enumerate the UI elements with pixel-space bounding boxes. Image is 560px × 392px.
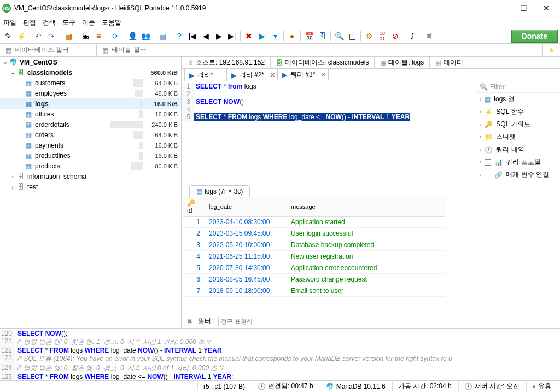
result-row[interactable]: 42021-06-25 11:15:00New user registratio… [183, 251, 445, 262]
users-icon[interactable]: 👥 [139, 30, 151, 42]
result-tab[interactable]: ▦logs (7r × 3c) [189, 185, 250, 197]
clear-icon[interactable]: ✖ [423, 30, 435, 42]
menu-search[interactable]: 검색 [43, 18, 56, 27]
rp-profile[interactable]: ›📊쿼리 프로필 [476, 156, 560, 168]
sql-editor[interactable]: 1SELECT * from logs 2 3SELECT NOW() 4 5S… [182, 81, 476, 183]
clear-filter-icon[interactable]: ✖ [187, 318, 192, 325]
result-row[interactable]: 52020-07-30 14:30:00Application error en… [183, 262, 445, 274]
database-icon: 🗄 [16, 69, 25, 77]
log-panel[interactable]: 120SELECT NOW();121/* 영향 받은 행: 0 찾은 행: 1… [0, 328, 560, 380]
host-tab[interactable]: 🖥호스트: 192.168.91.152 [182, 57, 271, 68]
filter-input[interactable] [218, 317, 289, 326]
result-row[interactable]: 62019-08-05 16:45:00Password change requ… [183, 274, 445, 285]
rp-keywords[interactable]: ›🔑SQL 키워드 [476, 118, 560, 131]
checkbox[interactable] [485, 172, 491, 178]
link-icon: 🔗 [494, 171, 503, 179]
favorite-icon[interactable]: ★ [542, 44, 560, 56]
settings-icon[interactable]: ⚙ [363, 30, 375, 42]
db-filter-tab[interactable]: ▦데이터베이스 필터 [0, 44, 97, 56]
table-node[interactable]: ▦productlines16.0 KiB [0, 150, 181, 161]
key-icon: 🔑 [485, 121, 493, 128]
rp-history[interactable]: ›🕐쿼리 내역 [476, 143, 560, 156]
helper-filter[interactable]: 🔍Filter ... [476, 81, 560, 93]
table-node[interactable]: ▦logs16.0 KiB [0, 98, 181, 109]
redo-icon[interactable]: ↷ [45, 30, 57, 42]
help-icon[interactable]: ? [173, 30, 185, 42]
dot-icon[interactable]: ● [286, 30, 298, 42]
undo-icon[interactable]: ↶ [32, 30, 44, 42]
window-title: VM_CentOS\classicmodels\logs\ - HeidiSQL… [14, 4, 489, 12]
last-icon[interactable]: ▶| [226, 30, 238, 42]
query-tab-2[interactable]: ▶쿼리 #2*✕ [226, 69, 278, 81]
table-node[interactable]: ▦customers64.0 KiB [0, 78, 181, 88]
lightning-icon[interactable]: ⚡ [15, 30, 27, 42]
table-node[interactable]: ▦products80.0 KiB [0, 161, 181, 171]
user-icon[interactable]: 👤 [126, 30, 138, 42]
prev-icon[interactable]: ◀ [200, 30, 212, 42]
run-icon[interactable]: ▶ [256, 30, 268, 42]
columns-icon[interactable]: ▥ [346, 30, 358, 42]
chart-icon: 📊 [494, 159, 503, 166]
result-grid[interactable]: 🔑 id log_date message 12023-04-10 08:30:… [182, 197, 560, 314]
db-icon[interactable]: 🗄 [316, 30, 328, 42]
table-icon: ▦ [24, 79, 33, 87]
close-icon[interactable]: ✕ [321, 71, 326, 78]
table-node[interactable]: ▦orders64.0 KiB [0, 130, 181, 140]
next-icon[interactable]: ▶ [213, 30, 225, 42]
result-row[interactable]: 32022-05-20 10:00:00Database backup comp… [183, 239, 445, 251]
database-tree[interactable]: ⌄ 🐬 VM_CentOS ⌄ 🗄 classicmodels 560.0 Ki… [0, 57, 182, 328]
helper-panel: 🔍Filter ... ›▦logs 열 ›⚡SQL 함수 ›🔑SQL 키워드 … [476, 81, 560, 183]
first-icon[interactable]: |◀ [186, 30, 199, 42]
database-node[interactable]: ⌄ 🗄 classicmodels 560.0 KiB [0, 67, 181, 78]
maximize-button[interactable]: ☐ [512, 1, 535, 16]
table-icon[interactable]: ▤ [156, 30, 168, 42]
table-icon: ▦ [24, 142, 33, 149]
data-tab[interactable]: ▦데이터 [430, 57, 469, 68]
table-node[interactable]: ▦employees48.0 KiB [0, 88, 181, 98]
result-row[interactable]: 72018-09-10 18:00:00Email sent to user [183, 285, 445, 297]
prefs-icon[interactable]: ≡ [92, 30, 104, 42]
table-node[interactable]: ▦payments16.0 KiB [0, 140, 181, 150]
menu-goto[interactable]: 이동 [82, 18, 95, 27]
print-icon[interactable]: 🖶 [79, 30, 91, 42]
run-drop-icon[interactable]: ▾ [269, 30, 281, 42]
clock-icon: 🕐 [464, 383, 472, 390]
rp-params[interactable]: ›🔗매개 변수 연결 [476, 168, 560, 181]
server-node[interactable]: ⌄ 🐬 VM_CentOS [0, 57, 181, 67]
refresh-icon[interactable]: ⟳ [109, 30, 121, 42]
binary-icon[interactable]: 1001 [376, 30, 388, 42]
checkbox[interactable] [485, 159, 491, 166]
rp-snippets[interactable]: ›📁스니펫 [476, 131, 560, 143]
menu-tools[interactable]: 도구 [62, 18, 75, 27]
table-node[interactable]: ▦orderdetails240.0 KiB [0, 119, 181, 130]
stop-icon[interactable]: ⊘ [389, 30, 401, 42]
close-icon[interactable]: ✕ [270, 72, 275, 79]
table-tab[interactable]: ▦테이블: logs [375, 57, 430, 68]
info-schema-node[interactable]: › 🗄 information_schema [0, 171, 181, 182]
database-tab[interactable]: 🗄데이터베이스: classicmodels [271, 57, 375, 68]
cancel-icon[interactable]: ✖ [243, 30, 255, 42]
menu-file[interactable]: 파일 [3, 18, 16, 27]
table-filter-tab[interactable]: ▦테이블 필터 [97, 44, 174, 56]
export-icon[interactable]: ⤴ [406, 30, 418, 42]
donate-button[interactable]: Donate [511, 30, 558, 43]
context-tabs: 🖥호스트: 192.168.91.152 🗄데이터베이스: classicmod… [182, 57, 560, 69]
query-tab-1[interactable]: ▶쿼리* [184, 69, 227, 81]
clock-icon: 🕐 [485, 146, 493, 154]
test-node[interactable]: › 🗄 test [0, 182, 181, 192]
close-button[interactable]: ✕ [535, 1, 558, 16]
minimize-button[interactable]: — [489, 1, 512, 16]
pencil-icon[interactable]: ✎ [2, 30, 14, 42]
rp-columns[interactable]: ›▦logs 열 [476, 93, 560, 106]
query-tab-3[interactable]: ▶쿼리 #3*✕ [277, 68, 329, 81]
menu-edit[interactable]: 편집 [23, 18, 36, 27]
table-node[interactable]: ▦offices16.0 KiB [0, 109, 181, 119]
menu-help[interactable]: 도움말 [102, 18, 121, 27]
rp-functions[interactable]: ›⚡SQL 함수 [476, 106, 560, 118]
zoom-icon[interactable]: 🔍 [333, 30, 345, 42]
layout-icon[interactable]: ▦ [62, 30, 74, 42]
host-icon: 🖥 [187, 59, 194, 67]
calendar-icon[interactable]: 📅 [303, 30, 315, 42]
result-row[interactable]: 12023-04-10 08:30:00Application started [183, 217, 445, 228]
result-row[interactable]: 22023-03-15 09:45:00User login successfu… [183, 228, 445, 239]
